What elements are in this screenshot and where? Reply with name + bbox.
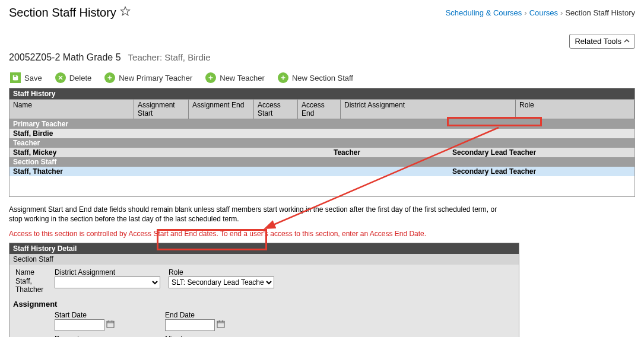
grid-scroll-area[interactable]: Primary Teacher Staff, Birdie Teacher St… [9,119,635,196]
role-select[interactable]: SLT: Secondary Lead Teacher [169,276,274,288]
chevron-right-icon: › [524,8,526,17]
breadcrumb-current: Section Staff History [565,8,635,17]
save-button[interactable]: Save [9,71,43,84]
new-section-staff-button[interactable]: New Section Staff [277,71,354,84]
grid-section-primary: Primary Teacher [9,119,635,129]
label-percent: Percent [55,335,160,337]
plus-icon [205,72,216,83]
delete-icon [55,72,66,83]
col-header-assignment-end[interactable]: Assignment End [189,100,254,119]
value-name: Staff, Thatcher [15,276,50,294]
new-teacher-label: New Teacher [220,74,265,82]
save-label: Save [24,74,42,82]
svg-marker-0 [120,7,129,15]
detail-panel-title: Staff History Detail [9,243,519,254]
assignment-section-header: Assignment [13,300,515,309]
label-minutes: Minutes [165,335,271,337]
save-icon [10,72,21,83]
cell-name: Staff, Thatcher [13,167,334,176]
related-tools-label: Related Tools [575,37,621,46]
col-header-assignment-start[interactable]: Assignment Start [134,100,189,119]
col-header-access-end[interactable]: Access End [298,100,341,119]
grid-title: Staff History [9,88,635,99]
cell-name: Staff, Birdie [13,129,334,138]
calendar-icon[interactable] [106,319,115,330]
new-teacher-button[interactable]: New Teacher [204,71,266,84]
table-row[interactable]: Staff, Birdie [9,129,635,138]
section-subtitle: 20052Z05-2 Math Grade 5 Teacher: Staff, … [9,52,635,63]
table-row[interactable]: Staff, Thatcher Secondary Lead Teacher [9,167,635,176]
cell-name: Staff, Mickey [13,148,334,157]
delete-button[interactable]: Delete [54,71,93,84]
breadcrumb-link-scheduling[interactable]: Scheduling & Courses [446,8,522,17]
table-row[interactable]: Staff, Mickey Teacher Secondary Lead Tea… [9,148,635,157]
staff-history-grid: Staff History Name Assignment Start Assi… [9,88,635,197]
page-title: Section Staff History [9,6,116,20]
col-header-access-start[interactable]: Access Start [254,100,298,119]
grid-section-teacher: Teacher [9,138,635,148]
label-role: Role [169,268,277,276]
grid-header-row: Name Assignment Start Assignment End Acc… [9,99,635,119]
plus-icon [278,72,288,83]
chevron-right-icon: › [560,8,563,17]
new-section-staff-label: New Section Staff [292,74,353,82]
district-assignment-select[interactable] [55,276,160,288]
grid-section-section-staff: Section Staff [9,157,635,167]
calendar-icon[interactable] [216,319,226,330]
start-date-input[interactable] [55,319,104,331]
favorite-star-icon[interactable] [120,6,131,20]
teacher-name: Teacher: Staff, Birdie [128,52,211,62]
svg-rect-13 [217,322,224,328]
end-date-input[interactable] [165,319,215,331]
cell-role: Secondary Lead Teacher [452,167,565,176]
help-text-assignment: Assignment Start and End date fields sho… [9,205,507,224]
chevron-up-icon [624,37,630,46]
staff-history-detail-panel: Staff History Detail Section Staff Name … [9,243,519,337]
delete-label: Delete [69,74,92,82]
label-end-date: End Date [165,311,271,319]
col-header-district[interactable]: District Assignment [341,100,516,119]
related-tools-button[interactable]: Related Tools [569,34,635,49]
new-primary-teacher-button[interactable]: New Primary Teacher [103,71,193,84]
cell-district: Teacher [334,148,452,157]
breadcrumb-link-courses[interactable]: Courses [529,8,558,17]
label-start-date: Start Date [55,311,160,319]
col-header-name[interactable]: Name [9,100,134,119]
plus-icon [104,72,115,83]
help-text-access: Access to this section is controlled by … [9,230,507,239]
breadcrumb: Scheduling & Courses › Courses › Section… [446,8,635,17]
label-district: District Assignment [55,268,164,276]
new-primary-label: New Primary Teacher [119,74,192,82]
svg-rect-9 [107,322,114,328]
course-code-name: 20052Z05-2 Math Grade 5 [9,52,121,63]
label-name: Name [15,268,50,276]
detail-panel-sub: Section Staff [9,254,519,265]
col-header-role[interactable]: Role [516,100,635,119]
cell-role: Secondary Lead Teacher [452,148,565,157]
